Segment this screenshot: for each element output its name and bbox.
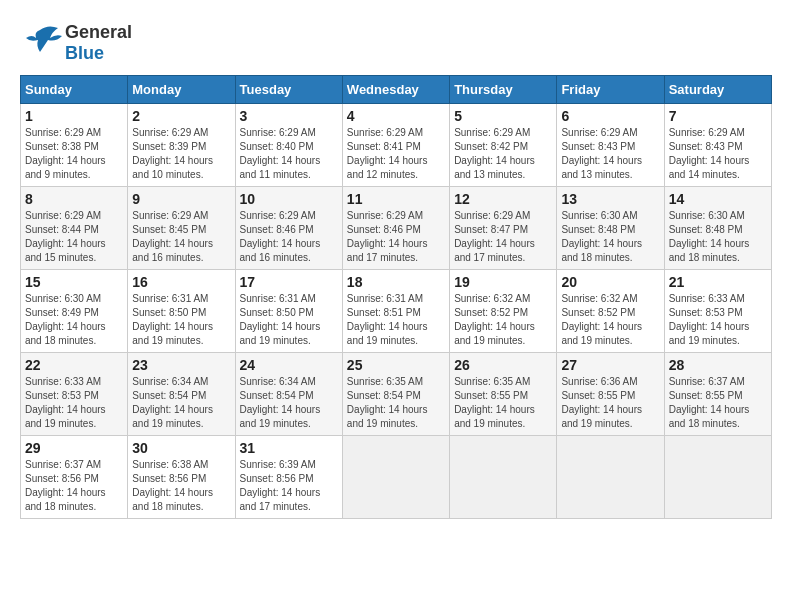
weekday-header-wednesday: Wednesday bbox=[342, 76, 449, 104]
daylight-label: Daylight: 14 hours and 14 minutes. bbox=[669, 155, 750, 180]
daylight-label: Daylight: 14 hours and 19 minutes. bbox=[561, 404, 642, 429]
sunset-label: Sunset: 8:48 PM bbox=[669, 224, 743, 235]
logo: General Blue bbox=[20, 20, 132, 65]
logo-bird-icon bbox=[20, 20, 65, 65]
daylight-label: Daylight: 14 hours and 19 minutes. bbox=[25, 404, 106, 429]
calendar-cell: 6 Sunrise: 6:29 AM Sunset: 8:43 PM Dayli… bbox=[557, 104, 664, 187]
day-info: Sunrise: 6:36 AM Sunset: 8:55 PM Dayligh… bbox=[561, 375, 659, 431]
calendar-table: SundayMondayTuesdayWednesdayThursdayFrid… bbox=[20, 75, 772, 519]
day-number: 14 bbox=[669, 191, 767, 207]
sunrise-label: Sunrise: 6:32 AM bbox=[454, 293, 530, 304]
day-info: Sunrise: 6:31 AM Sunset: 8:51 PM Dayligh… bbox=[347, 292, 445, 348]
sunset-label: Sunset: 8:39 PM bbox=[132, 141, 206, 152]
sunset-label: Sunset: 8:53 PM bbox=[25, 390, 99, 401]
daylight-label: Daylight: 14 hours and 19 minutes. bbox=[561, 321, 642, 346]
day-number: 1 bbox=[25, 108, 123, 124]
day-number: 12 bbox=[454, 191, 552, 207]
daylight-label: Daylight: 14 hours and 18 minutes. bbox=[669, 238, 750, 263]
daylight-label: Daylight: 14 hours and 19 minutes. bbox=[347, 404, 428, 429]
weekday-header-tuesday: Tuesday bbox=[235, 76, 342, 104]
day-info: Sunrise: 6:33 AM Sunset: 8:53 PM Dayligh… bbox=[669, 292, 767, 348]
daylight-label: Daylight: 14 hours and 19 minutes. bbox=[454, 404, 535, 429]
day-number: 11 bbox=[347, 191, 445, 207]
daylight-label: Daylight: 14 hours and 17 minutes. bbox=[240, 487, 321, 512]
calendar-cell: 22 Sunrise: 6:33 AM Sunset: 8:53 PM Dayl… bbox=[21, 353, 128, 436]
calendar-cell: 7 Sunrise: 6:29 AM Sunset: 8:43 PM Dayli… bbox=[664, 104, 771, 187]
calendar-cell: 19 Sunrise: 6:32 AM Sunset: 8:52 PM Dayl… bbox=[450, 270, 557, 353]
sunrise-label: Sunrise: 6:31 AM bbox=[240, 293, 316, 304]
sunrise-label: Sunrise: 6:29 AM bbox=[25, 210, 101, 221]
calendar-cell: 14 Sunrise: 6:30 AM Sunset: 8:48 PM Dayl… bbox=[664, 187, 771, 270]
daylight-label: Daylight: 14 hours and 19 minutes. bbox=[669, 321, 750, 346]
sunset-label: Sunset: 8:50 PM bbox=[240, 307, 314, 318]
sunrise-label: Sunrise: 6:31 AM bbox=[132, 293, 208, 304]
calendar-cell: 13 Sunrise: 6:30 AM Sunset: 8:48 PM Dayl… bbox=[557, 187, 664, 270]
calendar-cell: 17 Sunrise: 6:31 AM Sunset: 8:50 PM Dayl… bbox=[235, 270, 342, 353]
weekday-header-row: SundayMondayTuesdayWednesdayThursdayFrid… bbox=[21, 76, 772, 104]
day-number: 13 bbox=[561, 191, 659, 207]
sunrise-label: Sunrise: 6:33 AM bbox=[25, 376, 101, 387]
calendar-cell: 2 Sunrise: 6:29 AM Sunset: 8:39 PM Dayli… bbox=[128, 104, 235, 187]
sunset-label: Sunset: 8:46 PM bbox=[240, 224, 314, 235]
daylight-label: Daylight: 14 hours and 13 minutes. bbox=[454, 155, 535, 180]
weekday-header-monday: Monday bbox=[128, 76, 235, 104]
day-info: Sunrise: 6:37 AM Sunset: 8:56 PM Dayligh… bbox=[25, 458, 123, 514]
day-info: Sunrise: 6:30 AM Sunset: 8:48 PM Dayligh… bbox=[669, 209, 767, 265]
daylight-label: Daylight: 14 hours and 18 minutes. bbox=[132, 487, 213, 512]
day-number: 29 bbox=[25, 440, 123, 456]
day-info: Sunrise: 6:32 AM Sunset: 8:52 PM Dayligh… bbox=[561, 292, 659, 348]
calendar-cell: 5 Sunrise: 6:29 AM Sunset: 8:42 PM Dayli… bbox=[450, 104, 557, 187]
day-info: Sunrise: 6:29 AM Sunset: 8:41 PM Dayligh… bbox=[347, 126, 445, 182]
day-info: Sunrise: 6:29 AM Sunset: 8:40 PM Dayligh… bbox=[240, 126, 338, 182]
day-info: Sunrise: 6:34 AM Sunset: 8:54 PM Dayligh… bbox=[240, 375, 338, 431]
daylight-label: Daylight: 14 hours and 19 minutes. bbox=[132, 321, 213, 346]
sunset-label: Sunset: 8:38 PM bbox=[25, 141, 99, 152]
day-number: 17 bbox=[240, 274, 338, 290]
day-info: Sunrise: 6:33 AM Sunset: 8:53 PM Dayligh… bbox=[25, 375, 123, 431]
calendar-cell: 8 Sunrise: 6:29 AM Sunset: 8:44 PM Dayli… bbox=[21, 187, 128, 270]
daylight-label: Daylight: 14 hours and 19 minutes. bbox=[347, 321, 428, 346]
sunrise-label: Sunrise: 6:34 AM bbox=[132, 376, 208, 387]
calendar-cell bbox=[342, 436, 449, 519]
weekday-header-sunday: Sunday bbox=[21, 76, 128, 104]
sunset-label: Sunset: 8:41 PM bbox=[347, 141, 421, 152]
day-info: Sunrise: 6:29 AM Sunset: 8:44 PM Dayligh… bbox=[25, 209, 123, 265]
sunset-label: Sunset: 8:55 PM bbox=[669, 390, 743, 401]
sunrise-label: Sunrise: 6:29 AM bbox=[561, 127, 637, 138]
calendar-week-row: 8 Sunrise: 6:29 AM Sunset: 8:44 PM Dayli… bbox=[21, 187, 772, 270]
day-number: 3 bbox=[240, 108, 338, 124]
sunset-label: Sunset: 8:55 PM bbox=[561, 390, 635, 401]
sunset-label: Sunset: 8:40 PM bbox=[240, 141, 314, 152]
day-number: 8 bbox=[25, 191, 123, 207]
day-number: 26 bbox=[454, 357, 552, 373]
calendar-cell: 28 Sunrise: 6:37 AM Sunset: 8:55 PM Dayl… bbox=[664, 353, 771, 436]
daylight-label: Daylight: 14 hours and 10 minutes. bbox=[132, 155, 213, 180]
weekday-header-saturday: Saturday bbox=[664, 76, 771, 104]
daylight-label: Daylight: 14 hours and 11 minutes. bbox=[240, 155, 321, 180]
daylight-label: Daylight: 14 hours and 17 minutes. bbox=[454, 238, 535, 263]
day-info: Sunrise: 6:29 AM Sunset: 8:46 PM Dayligh… bbox=[347, 209, 445, 265]
calendar-cell bbox=[664, 436, 771, 519]
day-info: Sunrise: 6:29 AM Sunset: 8:42 PM Dayligh… bbox=[454, 126, 552, 182]
sunrise-label: Sunrise: 6:37 AM bbox=[25, 459, 101, 470]
day-info: Sunrise: 6:29 AM Sunset: 8:46 PM Dayligh… bbox=[240, 209, 338, 265]
day-number: 18 bbox=[347, 274, 445, 290]
sunrise-label: Sunrise: 6:30 AM bbox=[669, 210, 745, 221]
daylight-label: Daylight: 14 hours and 19 minutes. bbox=[132, 404, 213, 429]
sunrise-label: Sunrise: 6:37 AM bbox=[669, 376, 745, 387]
weekday-header-friday: Friday bbox=[557, 76, 664, 104]
day-number: 4 bbox=[347, 108, 445, 124]
day-info: Sunrise: 6:29 AM Sunset: 8:43 PM Dayligh… bbox=[669, 126, 767, 182]
calendar-cell: 12 Sunrise: 6:29 AM Sunset: 8:47 PM Dayl… bbox=[450, 187, 557, 270]
day-info: Sunrise: 6:29 AM Sunset: 8:38 PM Dayligh… bbox=[25, 126, 123, 182]
sunrise-label: Sunrise: 6:39 AM bbox=[240, 459, 316, 470]
calendar-cell bbox=[557, 436, 664, 519]
sunset-label: Sunset: 8:51 PM bbox=[347, 307, 421, 318]
calendar-week-row: 1 Sunrise: 6:29 AM Sunset: 8:38 PM Dayli… bbox=[21, 104, 772, 187]
sunset-label: Sunset: 8:52 PM bbox=[454, 307, 528, 318]
sunset-label: Sunset: 8:45 PM bbox=[132, 224, 206, 235]
sunset-label: Sunset: 8:56 PM bbox=[132, 473, 206, 484]
sunrise-label: Sunrise: 6:29 AM bbox=[240, 210, 316, 221]
calendar-cell: 15 Sunrise: 6:30 AM Sunset: 8:49 PM Dayl… bbox=[21, 270, 128, 353]
sunset-label: Sunset: 8:46 PM bbox=[347, 224, 421, 235]
